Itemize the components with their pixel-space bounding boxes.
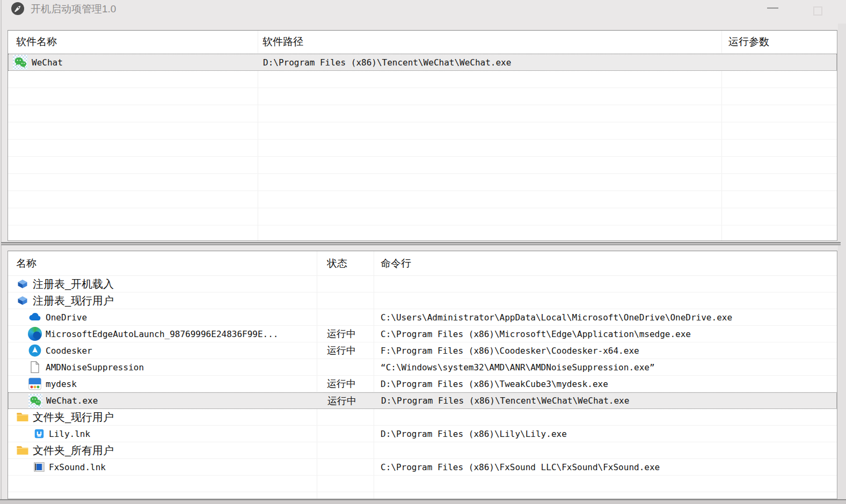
folder-icon	[16, 444, 29, 457]
name-cell: AMDNoiseSuppression	[8, 359, 317, 375]
registry-icon	[16, 277, 29, 290]
registry-icon	[16, 294, 29, 307]
empty-row[interactable]	[8, 140, 837, 157]
empty-row[interactable]	[8, 225, 837, 241]
command-line-cell: D:\Program Files (x86)\Lily\Lily.exe	[374, 426, 837, 442]
row-name: FxSound.lnk	[49, 462, 106, 472]
onedrive-icon	[28, 310, 42, 324]
status-cell	[317, 409, 374, 425]
empty-row[interactable]	[8, 174, 837, 191]
empty-row[interactable]	[8, 122, 837, 140]
column-header-command-line[interactable]: 命令行	[374, 251, 837, 275]
wechat-icon	[28, 394, 42, 408]
document-icon	[28, 360, 42, 374]
command-line-cell: C:\Users\Administrator\AppData\Local\Mic…	[374, 309, 837, 325]
name-cell: Coodesker	[8, 342, 317, 359]
coodesker-icon	[28, 344, 42, 357]
table-row[interactable]: WeChatD:\Program Files (x86)\Tencent\WeC…	[8, 54, 837, 71]
window-left-edge	[0, 0, 2, 504]
name-cell: 注册表_现行用户	[8, 293, 317, 309]
top-table-header: 软件名称软件路径运行参数	[8, 31, 837, 54]
category-row[interactable]: 注册表_开机载入	[8, 276, 837, 293]
name-cell: 文件夹_所有用户	[8, 442, 317, 458]
rocket-app-icon	[11, 2, 25, 16]
column-header-name[interactable]: 名称	[8, 251, 317, 275]
table-row[interactable]: FxSound.lnkC:\Program Files (x86)\FxSoun…	[8, 459, 837, 476]
row-name: mydesk	[46, 379, 77, 389]
table-row[interactable]: mydesk运行中D:\Program Files (x86)\TweakCub…	[8, 376, 837, 392]
name-cell: MicrosoftEdgeAutoLaunch_98769996E24836F9…	[8, 326, 317, 342]
row-name: OneDrive	[46, 312, 87, 323]
command-line-cell	[374, 409, 837, 425]
empty-row[interactable]	[8, 157, 837, 174]
status-cell	[317, 459, 374, 475]
params-cell	[722, 54, 836, 70]
empty-row[interactable]	[8, 88, 837, 105]
command-line-cell: D:\Program Files (x86)\TweakCube3\mydesk…	[374, 376, 837, 392]
status-cell: 运行中	[317, 326, 374, 342]
startup-programs-table: 软件名称软件路径运行参数 WeChatD:\Program Files (x86…	[8, 30, 837, 241]
bottom-table-header: 名称状态命令行	[8, 251, 837, 276]
command-line-cell: C:\Program Files (x86)\FxSound LLC\FxSou…	[374, 459, 837, 475]
empty-row[interactable]	[8, 191, 837, 208]
column-header-run-params[interactable]: 运行参数	[721, 31, 837, 53]
table-row[interactable]: WeChat.exe运行中D:\Program Files (x86)\Tenc…	[8, 392, 837, 409]
name-cell: OneDrive	[8, 309, 317, 325]
row-name: 文件夹_现行用户	[33, 410, 114, 425]
window-bottom-edge	[0, 499, 846, 504]
row-name: Lily.lnk	[49, 429, 90, 439]
minimize-icon	[767, 8, 778, 9]
top-table-body: WeChatD:\Program Files (x86)\Tencent\WeC…	[8, 54, 837, 241]
status-cell: 运行中	[317, 376, 374, 392]
path-cell: D:\Program Files (x86)\Tencent\WeChat\We…	[258, 54, 722, 70]
name-cell: WeChat	[9, 54, 258, 70]
edge-icon	[28, 327, 42, 341]
startup-entries-table: 名称状态命令行 注册表_开机载入注册表_现行用户OneDriveC:\Users…	[8, 251, 837, 499]
row-name: 注册表_现行用户	[33, 294, 114, 308]
command-line-cell: “C:\Windows\system32\AMD\ANR\AMDNoiseSup…	[374, 359, 837, 375]
table-row[interactable]: OneDriveC:\Users\Administrator\AppData\L…	[8, 309, 837, 326]
table-row[interactable]: Coodesker运行中F:\Program Files (x86)\Coode…	[8, 342, 837, 359]
empty-row[interactable]	[8, 492, 837, 499]
column-header-status[interactable]: 状态	[317, 251, 374, 275]
row-name: WeChat	[32, 57, 63, 68]
row-name: AMDNoiseSuppression	[46, 362, 144, 372]
panel-splitter[interactable]	[1, 242, 841, 245]
lily-icon	[33, 428, 45, 440]
command-line-cell	[374, 442, 837, 458]
window-title: 开机启动项管理1.0	[31, 2, 116, 16]
category-row[interactable]: 注册表_现行用户	[8, 293, 837, 309]
category-row[interactable]: 文件夹_现行用户	[8, 409, 837, 426]
column-header-software-name[interactable]: 软件名称	[8, 31, 258, 53]
category-row[interactable]: 文件夹_所有用户	[8, 442, 837, 459]
minimize-button[interactable]	[760, 0, 785, 16]
empty-row[interactable]	[8, 105, 837, 122]
row-name: WeChat.exe	[46, 396, 98, 406]
column-header-software-path[interactable]: 软件路径	[258, 31, 721, 53]
folder-icon	[16, 411, 29, 423]
command-line-cell: D:\Program Files (x86)\Tencent\WeChat\We…	[374, 393, 836, 408]
maximize-button[interactable]	[805, 0, 830, 21]
row-name: 注册表_开机载入	[33, 277, 114, 291]
row-name: MicrosoftEdgeAutoLaunch_98769996E24836F9…	[46, 329, 278, 339]
wechat-icon	[13, 55, 28, 70]
name-cell: 注册表_开机载入	[8, 276, 317, 292]
row-name: 文件夹_所有用户	[33, 443, 114, 458]
command-line-cell: F:\Program Files (x86)\Coodesker\Coodesk…	[374, 342, 837, 359]
table-row[interactable]: AMDNoiseSuppression“C:\Windows\system32\…	[8, 359, 837, 376]
empty-row[interactable]	[8, 476, 837, 492]
status-cell: 运行中	[317, 342, 374, 359]
status-cell	[317, 276, 374, 292]
status-cell	[317, 293, 374, 309]
name-cell: mydesk	[8, 376, 317, 392]
name-cell: FxSound.lnk	[8, 459, 317, 475]
bottom-table-body: 注册表_开机载入注册表_现行用户OneDriveC:\Users\Adminis…	[8, 276, 837, 499]
empty-row[interactable]	[8, 71, 837, 88]
row-name: Coodesker	[46, 346, 92, 356]
empty-row[interactable]	[8, 208, 837, 225]
table-row[interactable]: Lily.lnkD:\Program Files (x86)\Lily\Lily…	[8, 426, 837, 442]
table-row[interactable]: MicrosoftEdgeAutoLaunch_98769996E24836F9…	[8, 326, 837, 342]
status-cell	[317, 442, 374, 458]
command-line-cell: C:\Program Files (x86)\Microsoft\Edge\Ap…	[374, 326, 837, 342]
status-cell	[317, 426, 374, 442]
